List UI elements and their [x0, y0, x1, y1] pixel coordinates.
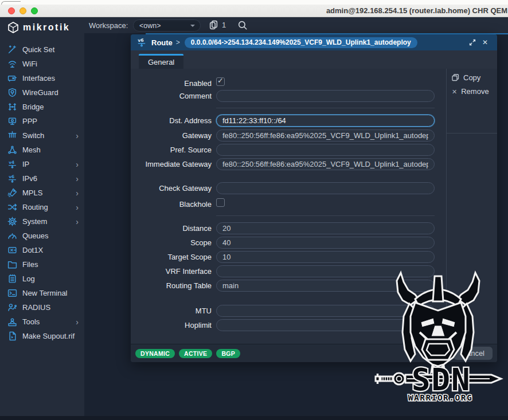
gateway-input[interactable] — [216, 129, 435, 142]
vrf-interface-label: VRF Interface — [131, 265, 212, 277]
comment-input[interactable] — [216, 90, 435, 102]
terminal-icon — [7, 288, 17, 298]
window-count: 1 — [222, 21, 226, 29]
sidebar-item-bridge[interactable]: Bridge — [0, 100, 84, 114]
target-scope-label: Target Scope — [131, 251, 212, 263]
close-dialog-icon[interactable] — [479, 37, 491, 48]
target-scope-input[interactable] — [216, 251, 435, 263]
sidebar-item-mpls[interactable]: MPLS — [0, 186, 84, 200]
distance-input[interactable] — [216, 222, 435, 234]
sidebar-item-system[interactable]: System — [0, 214, 84, 229]
macos-titlebar: admin@192.168.254.15 (router.lab.home) C… — [0, 5, 508, 17]
zoom-traffic-light[interactable] — [31, 7, 38, 14]
windows-stack-icon[interactable] — [209, 20, 218, 30]
sidebar-item-tools[interactable]: Tools — [0, 315, 84, 329]
blackhole-label: Blackhole — [131, 198, 212, 210]
mikrotik-cube-icon — [7, 22, 19, 33]
tab-general[interactable]: General — [139, 54, 183, 69]
distance-label: Distance — [131, 222, 212, 234]
dst-address-input[interactable] — [216, 115, 435, 127]
dialog-footer: DYNAMIC ACTIVE BGP Cancel — [131, 344, 497, 362]
background-window-fragment — [0, 0, 508, 5]
check-gateway-input[interactable] — [216, 182, 435, 194]
status-badge-dynamic: DYNAMIC — [135, 349, 175, 358]
enabled-checkbox[interactable] — [216, 77, 225, 86]
svg-text:v4: v4 — [9, 160, 14, 165]
sidebar-item-wireguard[interactable]: WireGuard — [0, 85, 84, 100]
chevron-right-icon — [76, 203, 79, 211]
supout-document-icon — [7, 331, 17, 341]
gauge-icon — [7, 231, 17, 241]
gear-icon — [7, 217, 17, 226]
scope-input[interactable] — [216, 237, 435, 249]
sidebar-item-log[interactable]: Log — [0, 272, 84, 286]
cancel-button[interactable]: Cancel — [454, 347, 493, 360]
wand-icon — [7, 45, 17, 54]
bottom-edge-strip — [0, 416, 508, 420]
switch-icon — [7, 131, 17, 140]
chevron-right-icon — [76, 189, 79, 197]
routing-table-label: Routing Table — [131, 280, 212, 292]
workspace-select[interactable]: <own> — [133, 19, 201, 32]
sidebar-item-radius[interactable]: RADIUS — [0, 300, 84, 315]
panel-divider — [446, 133, 497, 134]
chevron-right-icon — [76, 218, 79, 226]
separator-line — [216, 215, 435, 216]
mikrotik-logo: mikrotik — [7, 22, 70, 33]
dialog-tabstrip: General — [131, 50, 497, 69]
mikrotik-wordmark: mikrotik — [23, 22, 70, 33]
remove-button[interactable]: Remove — [452, 86, 489, 96]
mtu-label: MTU — [131, 305, 212, 317]
wifi-icon — [7, 59, 17, 69]
screen: admin@192.168.254.15 (router.lab.home) C… — [0, 0, 508, 420]
enabled-label: Enabled — [131, 77, 212, 89]
sidebar-item-ip[interactable]: v4 IP — [0, 157, 84, 171]
toolbox-icon — [7, 317, 17, 327]
sidebar-item-ipv6[interactable]: v6 IPv6 — [0, 171, 84, 186]
sidebar-item-queues[interactable]: Queues — [0, 229, 84, 243]
expand-dialog-icon[interactable] — [466, 37, 479, 48]
log-notepad-icon — [7, 274, 17, 284]
sidebar-item-mesh[interactable]: Mesh — [0, 143, 84, 157]
sidebar-item-quick-set[interactable]: Quick Set — [0, 42, 84, 57]
immediate-gateway-input[interactable] — [216, 158, 435, 170]
ppp-monitor-icon — [7, 116, 17, 126]
status-badge-active: ACTIVE — [179, 349, 212, 358]
bridge-icon — [7, 102, 17, 112]
blackhole-checkbox[interactable] — [216, 198, 225, 207]
hoplimit-input[interactable] — [216, 319, 435, 331]
check-gateway-label: Check Gateway — [131, 182, 212, 194]
sidebar-menu: Quick Set WiFi Interfaces WireGuard Brid… — [0, 42, 84, 343]
sidebar-item-ppp[interactable]: PPP — [0, 114, 84, 128]
workspace-label: Workspace: — [89, 21, 128, 30]
routing-table-input[interactable] — [216, 280, 435, 292]
sidebar-item-dot1x[interactable]: Dot1X — [0, 243, 84, 257]
dot1x-icon — [7, 245, 17, 255]
breadcrumb-route-pill[interactable]: 0.0.0.0/64->254.134.234.149%2025_VCF9_WL… — [185, 37, 417, 48]
pref-source-input[interactable] — [216, 144, 435, 156]
panel-divider — [446, 69, 447, 344]
minimize-traffic-light[interactable] — [19, 7, 26, 14]
sidebar-item-wifi[interactable]: WiFi — [0, 57, 84, 71]
copy-button[interactable]: Copy — [452, 72, 480, 83]
svg-text:v6: v6 — [138, 38, 144, 43]
search-icon[interactable] — [237, 20, 248, 30]
sidebar-item-switch[interactable]: Switch — [0, 128, 84, 143]
sidebar-item-interfaces[interactable]: Interfaces — [0, 71, 84, 85]
shield-icon — [7, 88, 17, 97]
sidebar-item-files[interactable]: Files — [0, 257, 84, 272]
chevron-right-icon — [76, 132, 79, 140]
vrf-interface-input[interactable] — [216, 265, 435, 277]
chevron-right-icon — [76, 175, 79, 183]
ipv6-route-icon: v6 — [136, 37, 147, 48]
sidebar-item-new-terminal[interactable]: New Terminal — [0, 286, 84, 300]
mtu-input[interactable] — [216, 305, 435, 317]
sidebar-item-routing[interactable]: Routing — [0, 200, 84, 214]
window-title: admin@192.168.254.15 (router.lab.home) C… — [326, 6, 507, 15]
close-traffic-light[interactable] — [8, 7, 15, 14]
routing-shuffle-icon — [7, 202, 17, 212]
ipv4-icon: v4 — [7, 159, 17, 169]
sidebar-item-make-supout[interactable]: Make Supout.rif — [0, 329, 84, 343]
mesh-icon — [7, 145, 17, 155]
separator-line — [216, 108, 435, 108]
